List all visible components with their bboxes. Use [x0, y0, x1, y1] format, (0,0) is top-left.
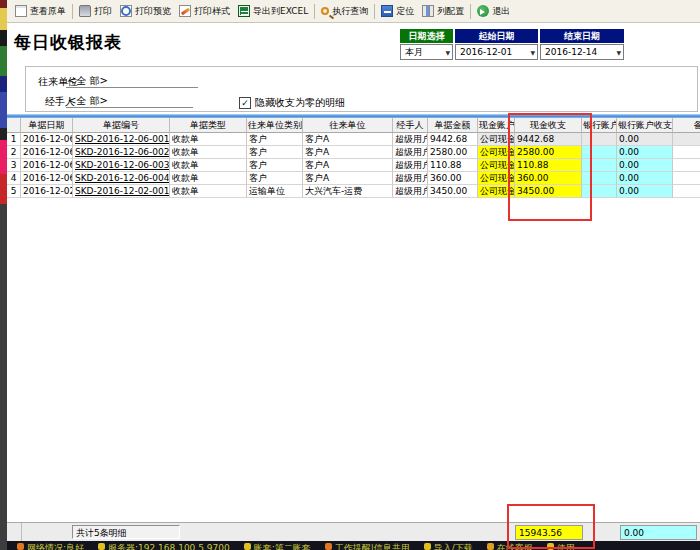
column-header-unit[interactable]: 往来单位 [303, 118, 393, 133]
cell-num: 4 [7, 172, 21, 185]
cell-docno[interactable]: SKD-2016-12-06-001 [73, 133, 170, 146]
status-icon [98, 543, 105, 550]
status-text: 导入/下载 [434, 542, 473, 550]
locate-button[interactable]: 定位 [377, 3, 418, 20]
viewdoc-button[interactable]: 查看原单 [11, 3, 70, 20]
cell-handler: 超级用户 [393, 185, 428, 198]
cell-date: 2016-12-02 [21, 185, 73, 198]
cell-doctype: 收款单 [170, 133, 247, 146]
toolbar-button-label: 定位 [396, 5, 414, 18]
cell-amount: 3450.00 [428, 185, 478, 198]
print-preview-icon [120, 5, 132, 17]
cell-num: 5 [7, 185, 21, 198]
window-sliver-segment [0, 46, 7, 76]
cell-docno[interactable]: SKD-2016-12-06-004 [73, 172, 170, 185]
print-style-icon [179, 5, 191, 17]
cell-bankflow: 0.00 [617, 133, 673, 146]
toolbar-button-label: 打印样式 [194, 5, 230, 18]
cell-remark [673, 146, 700, 159]
print-button[interactable]: 打印 [75, 3, 116, 20]
date-range-panel: 日期选择 起始日期 结束日期 本月 ▼ 2016-12-01 ▼ 2016-12… [400, 29, 624, 60]
window-sliver-segment [0, 30, 7, 46]
cell-unit: 客户A [303, 172, 393, 185]
footer-corner-cell [7, 523, 22, 542]
column-header-docno[interactable]: 单据编号 [73, 118, 170, 133]
handler-filter-field[interactable]: <全 部> [68, 94, 108, 108]
run-query-icon [321, 7, 329, 15]
cell-amount: 360.00 [428, 172, 478, 185]
table-row[interactable]: 52016-12-02SKD-2016-12-02-001收款单运输单位大兴汽车… [7, 185, 700, 198]
exit-button[interactable]: 退出 [473, 3, 514, 20]
window-sliver-segment [0, 174, 7, 204]
start-date-value: 2016-12-01 [460, 47, 512, 57]
checkbox-checked-icon[interactable]: ✓ [239, 97, 251, 109]
end-date-header: 结束日期 [540, 29, 624, 43]
cell-handler: 超级用户 [393, 172, 428, 185]
window-sliver-segment [0, 140, 7, 174]
column-config-button[interactable]: 列配置 [418, 3, 468, 20]
cell-doctype: 收款单 [170, 159, 247, 172]
status-item: 工作提醒|信息共用 [325, 542, 410, 550]
column-header-num[interactable] [7, 118, 21, 133]
toolbar-button-label: 打印预览 [135, 5, 171, 18]
cell-cat: 运输单位 [247, 185, 303, 198]
cell-docno[interactable]: SKD-2016-12-02-001 [73, 185, 170, 198]
cell-num: 2 [7, 146, 21, 159]
hide-zero-checkbox-row[interactable]: ✓ 隐藏收支为零的明细 [239, 96, 345, 110]
column-header-cat[interactable]: 往来单位类别 [247, 118, 303, 133]
cell-date: 2016-12-06 [21, 146, 73, 159]
column-header-bankflow[interactable]: 银行账户收支 [617, 118, 673, 133]
cell-remark [673, 185, 700, 198]
status-text: 账套:第二账套 [254, 542, 311, 550]
print-icon [79, 5, 91, 17]
cell-amount: 9442.68 [428, 133, 478, 146]
cell-cat: 客户 [247, 159, 303, 172]
date-range-select[interactable]: 本月 ▼ [400, 44, 453, 60]
cell-amount: 110.88 [428, 159, 478, 172]
cell-handler: 超级用户 [393, 159, 428, 172]
column-header-amount[interactable]: 单据金额 [428, 118, 478, 133]
cell-unit: 客户A [303, 133, 393, 146]
background-window-sliver [0, 0, 7, 550]
run-query-button[interactable]: 执行查询 [317, 3, 372, 20]
export-excel-button[interactable]: 导出到EXCEL [234, 3, 312, 20]
cell-cat: 客户 [247, 172, 303, 185]
table-row[interactable]: 12016-12-06SKD-2016-12-06-001收款单客户客户A超级用… [7, 133, 700, 146]
unit-filter-field[interactable]: <全 部> [68, 74, 108, 88]
window-sliver-segment [0, 204, 7, 550]
column-header-doctype[interactable]: 单据类型 [170, 118, 247, 133]
cell-bankflow: 0.00 [617, 159, 673, 172]
toolbar: 查看原单打印打印预览打印样式导出到EXCEL执行查询定位列配置退出 [7, 0, 700, 23]
toolbar-button-label: 退出 [492, 5, 510, 18]
footer-record-count: 共计5条明细 [72, 525, 180, 539]
print-preview-button[interactable]: 打印预览 [116, 3, 175, 20]
status-item: 服务器:192.168.100.5.9700 [98, 542, 230, 550]
cell-date: 2016-12-06 [21, 133, 73, 146]
cell-date: 2016-12-06 [21, 159, 73, 172]
end-date-select[interactable]: 2016-12-14 ▼ [540, 44, 624, 60]
cell-amount: 2580.00 [428, 146, 478, 159]
cell-docno[interactable]: SKD-2016-12-06-002 [73, 146, 170, 159]
annotation-rect-cashflow-column [508, 113, 592, 221]
column-header-remark[interactable]: 备注 [673, 118, 700, 133]
window-sliver-segment [0, 0, 7, 8]
table-row[interactable]: 22016-12-06SKD-2016-12-06-002收款单客户客户A超级用… [7, 146, 700, 159]
column-header-handler[interactable]: 经手人 [393, 118, 428, 133]
cell-date: 2016-12-06 [21, 172, 73, 185]
chevron-down-icon: ▼ [616, 49, 621, 56]
table-row[interactable]: 42016-12-06SKD-2016-12-06-004收款单客户客户A超级用… [7, 172, 700, 185]
print-style-button[interactable]: 打印样式 [175, 3, 234, 20]
start-date-select[interactable]: 2016-12-01 ▼ [455, 44, 538, 60]
toolbar-separator [374, 4, 375, 19]
cell-doctype: 收款单 [170, 146, 247, 159]
cell-bankflow: 0.00 [617, 172, 673, 185]
status-item: 网络情况:良好 [17, 542, 84, 550]
column-header-date[interactable]: 单据日期 [21, 118, 73, 133]
page-title: 每日收银报表 [14, 31, 122, 54]
table-row[interactable]: 32016-12-06SKD-2016-12-06-003收款单客户客户A超级用… [7, 159, 700, 172]
status-text: 服务器:192.168.100.5.9700 [108, 542, 230, 550]
toolbar-separator [72, 4, 73, 19]
cell-docno[interactable]: SKD-2016-12-06-003 [73, 159, 170, 172]
cell-bankflow: 0.00 [617, 146, 673, 159]
window-sliver-segment [0, 8, 7, 30]
